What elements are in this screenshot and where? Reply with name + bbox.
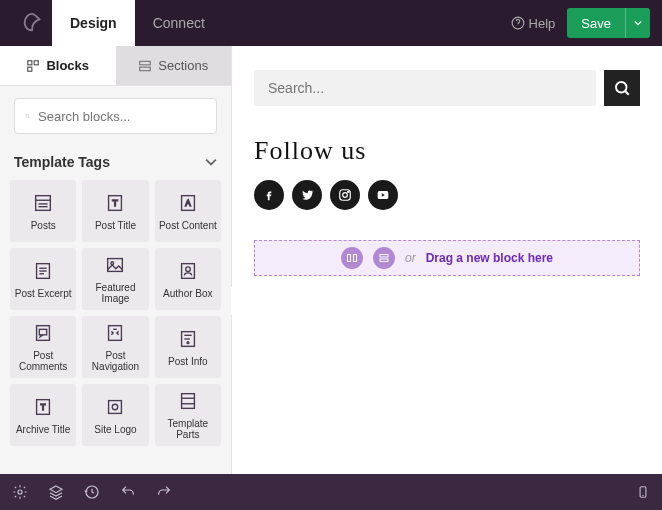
svg-rect-42 bbox=[353, 255, 356, 262]
svg-point-39 bbox=[343, 193, 348, 198]
block-search-input[interactable] bbox=[38, 109, 206, 124]
sidebar-tabs: Blocks Sections bbox=[0, 46, 231, 86]
facebook-icon[interactable] bbox=[254, 180, 284, 210]
canvas-search-input[interactable] bbox=[254, 70, 596, 106]
svg-rect-1 bbox=[28, 60, 32, 64]
undo-icon[interactable] bbox=[120, 484, 136, 500]
svg-text:T: T bbox=[113, 197, 119, 207]
dropzone[interactable]: or Drag a new block here bbox=[254, 240, 640, 276]
block-post-content[interactable]: APost Content bbox=[155, 180, 221, 242]
svg-point-37 bbox=[616, 82, 627, 93]
block-post-navigation[interactable]: Post Navigation bbox=[82, 316, 148, 378]
canvas-search-button[interactable] bbox=[604, 70, 640, 106]
svg-point-40 bbox=[348, 191, 349, 192]
svg-rect-25 bbox=[109, 326, 122, 341]
svg-point-45 bbox=[18, 490, 22, 494]
tab-blocks-label: Blocks bbox=[46, 58, 89, 73]
svg-rect-23 bbox=[37, 326, 50, 341]
layers-icon[interactable] bbox=[48, 484, 64, 500]
follow-heading: Follow us bbox=[254, 136, 640, 166]
canvas: Follow us or Drag a new block here bbox=[232, 46, 662, 474]
block-search[interactable] bbox=[14, 98, 217, 134]
svg-point-22 bbox=[186, 266, 191, 271]
block-site-logo[interactable]: Site Logo bbox=[82, 384, 148, 446]
svg-rect-44 bbox=[380, 259, 388, 262]
dropzone-link[interactable]: Drag a new block here bbox=[426, 251, 553, 265]
search-icon bbox=[25, 108, 30, 124]
svg-point-33 bbox=[113, 404, 119, 410]
svg-rect-41 bbox=[347, 255, 350, 262]
svg-rect-19 bbox=[108, 259, 123, 272]
help-label: Help bbox=[529, 16, 556, 31]
social-icons bbox=[254, 180, 640, 210]
svg-point-6 bbox=[26, 114, 29, 117]
svg-rect-4 bbox=[140, 61, 151, 65]
top-nav: Design Connect bbox=[52, 0, 223, 46]
block-post-title[interactable]: TPost Title bbox=[82, 180, 148, 242]
row-icon[interactable] bbox=[373, 247, 395, 269]
mobile-view-icon[interactable] bbox=[636, 484, 650, 500]
svg-text:A: A bbox=[185, 198, 191, 207]
instagram-icon[interactable] bbox=[330, 180, 360, 210]
tab-sections[interactable]: Sections bbox=[116, 46, 232, 85]
sidebar: Blocks Sections Template Tags Posts TPos… bbox=[0, 46, 232, 474]
svg-rect-43 bbox=[380, 255, 388, 258]
svg-rect-7 bbox=[36, 195, 51, 210]
nav-design[interactable]: Design bbox=[52, 0, 135, 46]
block-post-info[interactable]: Post Info bbox=[155, 316, 221, 378]
dropzone-or: or bbox=[405, 251, 416, 265]
section-header-template-tags[interactable]: Template Tags bbox=[0, 146, 231, 180]
settings-icon[interactable] bbox=[12, 484, 28, 500]
svg-rect-5 bbox=[140, 67, 151, 71]
block-posts[interactable]: Posts bbox=[10, 180, 76, 242]
save-button[interactable]: Save bbox=[567, 8, 650, 38]
section-title: Template Tags bbox=[14, 154, 110, 170]
bottombar bbox=[0, 474, 662, 510]
block-post-excerpt[interactable]: Post Excerpt bbox=[10, 248, 76, 310]
columns-icon[interactable] bbox=[341, 247, 363, 269]
help-link[interactable]: Help bbox=[511, 16, 556, 31]
app-logo bbox=[12, 12, 52, 34]
tab-blocks[interactable]: Blocks bbox=[0, 46, 116, 85]
svg-rect-34 bbox=[181, 394, 194, 409]
save-label: Save bbox=[567, 16, 625, 31]
svg-text:T: T bbox=[41, 402, 46, 411]
chevron-down-icon bbox=[205, 156, 217, 168]
twitter-icon[interactable] bbox=[292, 180, 322, 210]
search-icon bbox=[613, 79, 631, 97]
svg-rect-2 bbox=[35, 60, 39, 64]
youtube-icon[interactable] bbox=[368, 180, 398, 210]
block-author-box[interactable]: Author Box bbox=[155, 248, 221, 310]
block-featured-image[interactable]: Featured Image bbox=[82, 248, 148, 310]
save-dropdown-caret[interactable] bbox=[625, 8, 650, 38]
blocks-grid: Posts TPost Title APost Content Post Exc… bbox=[0, 180, 231, 456]
topbar: Design Connect Help Save bbox=[0, 0, 662, 46]
history-icon[interactable] bbox=[84, 484, 100, 500]
tab-sections-label: Sections bbox=[158, 58, 208, 73]
block-template-parts[interactable]: Template Parts bbox=[155, 384, 221, 446]
block-archive-title[interactable]: TArchive Title bbox=[10, 384, 76, 446]
svg-rect-32 bbox=[109, 400, 122, 413]
svg-point-29 bbox=[187, 341, 189, 343]
nav-connect[interactable]: Connect bbox=[135, 0, 223, 46]
svg-rect-3 bbox=[28, 67, 32, 71]
block-post-comments[interactable]: Post Comments bbox=[10, 316, 76, 378]
canvas-search bbox=[254, 70, 640, 106]
redo-icon[interactable] bbox=[156, 484, 172, 500]
svg-rect-24 bbox=[39, 329, 46, 335]
